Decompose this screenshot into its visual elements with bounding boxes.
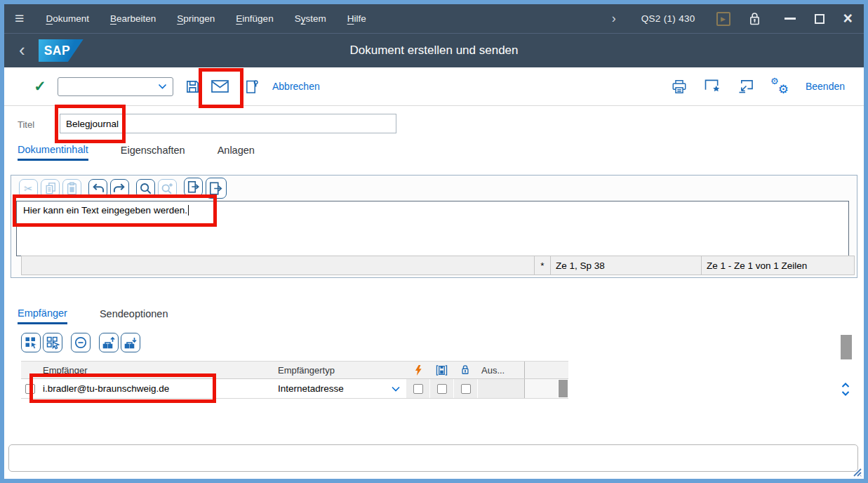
gui-scripting-icon[interactable]: ▶ — [716, 12, 730, 26]
header-extra-column — [525, 362, 558, 378]
menu-item-einfuegen[interactable]: Einfügen — [225, 4, 283, 33]
overflow-chevron-icon[interactable]: › — [612, 11, 616, 26]
recipient-tabstrip: Empfänger Sendeoptionen — [18, 303, 168, 324]
tab-empfaenger[interactable]: Empfänger — [18, 303, 67, 324]
clipboard-paste-icon — [66, 182, 78, 195]
recipient-type-cell[interactable]: Internetadresse — [274, 379, 406, 398]
chevron-up-icon[interactable] — [841, 383, 850, 388]
chevron-down-icon[interactable] — [392, 386, 400, 392]
menu-item-bearbeiten[interactable]: Bearbeiten — [100, 4, 166, 33]
paste-button[interactable] — [62, 179, 81, 198]
close-button[interactable]: × — [843, 11, 853, 27]
deselect-all-button[interactable] — [43, 333, 62, 352]
create-shortcut-button[interactable] — [738, 79, 754, 93]
select-all-button[interactable] — [21, 333, 41, 352]
undo-icon — [91, 183, 105, 194]
tab-dokumentinhalt[interactable]: Dokumentinhalt — [18, 140, 88, 161]
row-scroll-buttons — [841, 383, 850, 396]
copy-checkbox[interactable] — [437, 384, 447, 394]
status-line-info: Ze 1 - Ze 1 von 1 Zeilen — [701, 256, 854, 274]
extra-cell — [525, 379, 558, 398]
move-up-hierarchy-button[interactable] — [99, 333, 119, 352]
save-button[interactable] — [183, 77, 202, 96]
deselect-all-icon — [46, 336, 60, 350]
section-scrollbar-thumb[interactable] — [841, 335, 852, 359]
tab-anlagen[interactable]: Anlagen — [218, 140, 255, 161]
menu-bar: ≡ Dokument Bearbeiten Springen Einfügen … — [4, 4, 864, 34]
menu-item-dokument[interactable]: Dokument — [35, 4, 100, 33]
editor-toolbar: ✂ — [11, 176, 857, 201]
header-aus: Aus... — [477, 362, 525, 378]
express-column-icon — [406, 362, 429, 378]
status-cursor-position: Ze 1, Sp 38 — [550, 256, 701, 274]
move-down-hierarchy-button[interactable] — [121, 333, 140, 352]
export-text-button[interactable] — [206, 178, 227, 199]
window-shortcut-icon — [738, 79, 754, 93]
hamburger-menu-icon[interactable]: ≡ — [4, 11, 35, 27]
status-message-bar[interactable] — [8, 444, 858, 472]
express-checkbox[interactable] — [413, 384, 423, 394]
attach-document-button[interactable] — [242, 77, 261, 96]
find-button[interactable] — [136, 179, 155, 198]
menu-item-hilfe[interactable]: Hilfe — [337, 4, 377, 33]
redo-button[interactable] — [110, 179, 129, 198]
maximize-button[interactable] — [815, 14, 824, 24]
editor-status-bar: * Ze 1, Sp 38 Ze 1 - Ze 1 von 1 Zeilen — [21, 256, 855, 275]
document-tabstrip: Dokumentinhalt Eigenschaften Anlagen — [18, 140, 255, 161]
text-cursor — [188, 205, 189, 216]
blind-copy-checkbox[interactable] — [461, 384, 471, 394]
scissors-icon: ✂ — [24, 183, 33, 194]
save-icon — [185, 79, 200, 94]
copy-button[interactable] — [41, 179, 60, 198]
undo-button[interactable] — [88, 179, 107, 198]
send-mail-button[interactable] — [211, 77, 229, 96]
table-row[interactable]: i.bradler@tu-braunschweig.de Internetadr… — [21, 379, 568, 399]
page-title: Dokument erstellen und senden — [4, 44, 864, 58]
minimize-button[interactable] — [784, 18, 796, 20]
resize-grip[interactable] — [848, 463, 862, 477]
table-scrollbar-thumb[interactable] — [559, 380, 568, 397]
tab-sendeoptionen[interactable]: Sendeoptionen — [100, 303, 168, 324]
header-recipient: Empfänger — [39, 362, 274, 378]
command-field[interactable] — [58, 77, 173, 96]
menu-item-system[interactable]: System — [284, 4, 337, 33]
minus-circle-icon — [74, 336, 88, 350]
cancel-button[interactable]: Abbrechen — [272, 81, 320, 92]
editor-textarea[interactable]: Hier kann ein Text eingegeben werden. — [16, 201, 849, 256]
table-scrollbar[interactable] — [558, 379, 568, 398]
settings-gears-icon[interactable]: ⚙ ⚙ — [771, 78, 788, 95]
recipient-type-value: Internetadresse — [278, 383, 344, 394]
mail-envelope-icon — [211, 80, 229, 93]
menu-item-springen[interactable]: Springen — [166, 4, 225, 33]
lightning-icon — [414, 364, 422, 376]
cut-button[interactable]: ✂ — [19, 179, 38, 198]
document-export-icon — [208, 181, 224, 196]
system-session-id: QS2 (1) 430 — [641, 13, 695, 24]
back-button[interactable]: ‹ — [4, 41, 39, 60]
floppy-brackets-icon — [436, 365, 448, 376]
printer-icon — [672, 79, 687, 94]
editor-text: Hier kann ein Text eingegeben werden. — [23, 205, 187, 216]
chevron-down-icon[interactable] — [841, 391, 850, 396]
title-field-label: Titel — [18, 119, 34, 130]
enter-check-button[interactable]: ✓ — [31, 78, 49, 95]
recipient-table-toolbar — [21, 333, 142, 352]
print-button[interactable] — [672, 79, 687, 94]
redo-icon — [113, 183, 126, 194]
find-next-button[interactable] — [158, 179, 177, 198]
import-text-button[interactable] — [184, 178, 203, 197]
row-select-checkbox[interactable] — [25, 384, 35, 394]
recipient-cell[interactable]: i.bradler@tu-braunschweig.de — [39, 379, 274, 398]
document-attachment-icon — [245, 79, 258, 94]
exit-button[interactable]: Beenden — [806, 81, 845, 92]
document-transfer-icon — [187, 180, 201, 194]
title-bar: Dokument erstellen und senden ‹ SAP — [4, 34, 864, 67]
remove-recipient-button[interactable] — [71, 333, 91, 352]
blind-copy-column-icon — [453, 362, 477, 378]
tab-eigenschaften[interactable]: Eigenschaften — [121, 140, 185, 161]
chevron-down-icon[interactable] — [158, 84, 167, 89]
new-session-button[interactable] — [705, 79, 721, 93]
status-spacer — [22, 256, 534, 274]
aus-cell — [477, 379, 525, 398]
title-input[interactable] — [60, 114, 396, 133]
